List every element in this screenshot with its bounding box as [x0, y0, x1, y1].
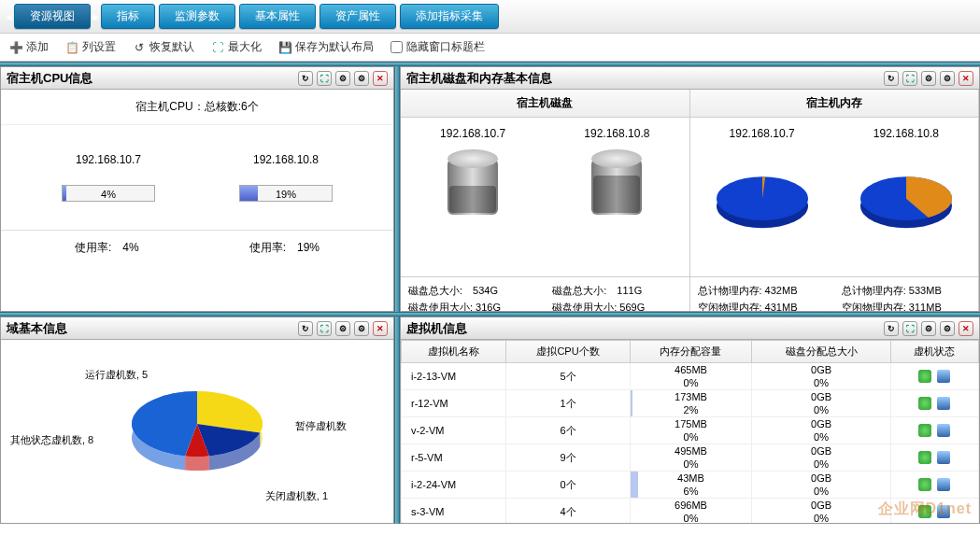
gear-icon[interactable]: ⚙ [354, 321, 369, 336]
disk-host: 192.168.10.7 [401, 118, 545, 276]
mem-stats: 总计物理内存: 432MB空闲物理内存: 431MB [690, 277, 834, 311]
hide-title-input[interactable] [391, 41, 403, 53]
vm-name: r-5-VM [402, 444, 506, 472]
vm-disk: 0GB0% [752, 472, 891, 499]
expand-icon[interactable]: ⛶ [902, 321, 917, 336]
add-icon: ➕ [9, 41, 22, 54]
cpu-usage-label: 使用率: 4% [75, 240, 139, 256]
cpu-bar: 19% [239, 185, 333, 202]
panel-disk-mem: 宿主机磁盘和内存基本信息 ↻ ⛶ ⚙ ⚙ ✕ 宿主机磁盘 宿主机内存 192.1… [400, 66, 980, 312]
panel-vm-title: 虚拟机信息 [406, 320, 467, 337]
vm-col-header[interactable]: 虚拟CPU个数 [506, 341, 630, 363]
table-row[interactable]: v-2-VM 6个 175MB0% 0GB0% [402, 417, 979, 444]
settings-icon[interactable]: ⚙ [335, 71, 350, 86]
close-icon[interactable]: ✕ [373, 321, 388, 336]
vm-cpu: 1个 [506, 390, 630, 417]
nav-asset-attrs[interactable]: 资产属性 [320, 4, 396, 29]
pie-label-other: 其他状态虚机数, 8 [10, 433, 93, 447]
nav-left-icon[interactable]: ◀ [6, 12, 12, 21]
nav-basic-attrs[interactable]: 基本属性 [239, 4, 316, 29]
pie-label-paused: 暂停虚机数 [295, 419, 347, 433]
domain-pie-chart: 运行虚机数, 5 暂停虚机数 关闭虚机数, 1 其他状态虚机数, 8 [104, 368, 291, 499]
close-icon[interactable]: ✕ [959, 71, 973, 86]
disk-host: 192.168.10.8 [545, 118, 689, 276]
cpu-bar: 4% [62, 185, 155, 202]
panel-disk-title: 宿主机磁盘和内存基本信息 [406, 70, 552, 87]
panel-domain: 域基本信息 ↻ ⛶ ⚙ ⚙ ✕ 运行虚机数, 5 暂停虚机数 关闭虚机数, 1 … [0, 317, 394, 524]
close-icon[interactable]: ✕ [373, 71, 388, 86]
close-icon[interactable]: ✕ [959, 321, 973, 336]
settings-icon[interactable]: ⚙ [921, 321, 936, 336]
vm-name: s-3-VM [402, 499, 506, 524]
cpu-host: 192.168.10.8 19% [239, 153, 333, 202]
gear-icon[interactable]: ⚙ [940, 321, 955, 336]
save-layout-button[interactable]: 💾保存为默认布局 [278, 39, 374, 55]
nav-right-icon[interactable]: ▶ [92, 12, 99, 21]
table-row[interactable]: r-5-VM 9个 495MB0% 0GB0% [402, 444, 979, 472]
vm-cpu: 9个 [506, 444, 630, 472]
vm-name: i-2-13-VM [402, 363, 506, 390]
refresh-icon[interactable]: ↻ [298, 71, 313, 86]
columns-button[interactable]: 📋列设置 [65, 39, 116, 55]
vm-mem: 43MB6% [630, 472, 751, 499]
pie-label-running: 运行虚机数, 5 [85, 368, 148, 382]
toolbar: ➕添加 📋列设置 ↺恢复默认 ⛶最大化 💾保存为默认布局 隐藏窗口标题栏 [0, 34, 980, 62]
status-monitor-icon [937, 451, 950, 464]
gear-icon[interactable]: ⚙ [354, 71, 369, 86]
status-ok-icon [918, 451, 931, 464]
refresh-icon[interactable]: ↻ [884, 321, 899, 336]
nav-resource-view[interactable]: 资源视图 [14, 4, 91, 29]
mem-stats: 总计物理内存: 533MB空闲物理内存: 311MB [834, 277, 978, 311]
expand-icon[interactable]: ⛶ [902, 71, 917, 86]
top-nav: ◀ 资源视图 ▶ 指标 监测参数 基本属性 资产属性 添加指标采集 [0, 0, 980, 34]
status-monitor-icon [937, 397, 950, 410]
hide-title-checkbox[interactable]: 隐藏窗口标题栏 [391, 39, 485, 55]
save-icon: 💾 [278, 41, 291, 54]
settings-icon[interactable]: ⚙ [335, 321, 350, 336]
vm-mem: 465MB0% [630, 363, 751, 390]
refresh-icon[interactable]: ↻ [884, 71, 899, 86]
table-row[interactable]: i-2-13-VM 5个 465MB0% 0GB0% [402, 363, 979, 390]
vm-disk: 0GB0% [752, 363, 891, 390]
status-monitor-icon [937, 370, 950, 383]
vm-col-header[interactable]: 虚机状态 [890, 341, 978, 363]
panel-cpu-title: 宿主机CPU信息 [7, 70, 92, 87]
vm-status [890, 472, 978, 499]
vm-mem: 495MB0% [630, 444, 751, 472]
panel-cpu: 宿主机CPU信息 ↻ ⛶ ⚙ ⚙ ✕ 宿主机CPU：总核数:6个 192.168… [0, 66, 394, 312]
vm-col-header[interactable]: 内存分配容量 [630, 341, 751, 363]
refresh-icon[interactable]: ↻ [298, 321, 313, 336]
vm-name: v-2-VM [402, 417, 506, 444]
expand-icon[interactable]: ⛶ [317, 321, 332, 336]
vm-mem: 175MB0% [630, 417, 751, 444]
nav-add-indicator[interactable]: 添加指标采集 [400, 4, 499, 29]
gear-icon[interactable]: ⚙ [940, 71, 955, 86]
cpu-host: 192.168.10.7 4% [62, 153, 155, 202]
vm-cpu: 0个 [506, 472, 630, 499]
maximize-button[interactable]: ⛶最大化 [211, 39, 262, 55]
restore-button[interactable]: ↺恢复默认 [133, 39, 194, 55]
cpu-usage-label: 使用率: 19% [249, 240, 320, 256]
settings-icon[interactable]: ⚙ [921, 71, 936, 86]
status-monitor-icon [937, 478, 950, 491]
vm-col-header[interactable]: 磁盘分配总大小 [752, 341, 891, 363]
vm-status [890, 390, 978, 417]
nav-monitor-params[interactable]: 监测参数 [159, 4, 235, 29]
add-button[interactable]: ➕添加 [9, 39, 49, 55]
status-ok-icon [918, 424, 931, 437]
disk-cylinder-icon [440, 149, 505, 224]
disk-stats: 磁盘总大小: 534G磁盘使用大小: 316G [401, 277, 545, 311]
panel-cpu-controls: ↻ ⛶ ⚙ ⚙ ✕ [298, 71, 388, 86]
mem-pie-icon [841, 168, 972, 233]
table-row[interactable]: i-2-24-VM 0个 43MB6% 0GB0% [402, 472, 979, 499]
table-row[interactable]: r-12-VM 1个 173MB2% 0GB0% [402, 390, 979, 417]
vm-mem: 173MB2% [630, 390, 751, 417]
nav-indicator[interactable]: 指标 [101, 4, 155, 29]
watermark: 企业网D1net [878, 500, 972, 519]
vm-status [890, 444, 978, 472]
disk-header: 宿主机磁盘 [401, 90, 690, 118]
disk-cylinder-icon [584, 149, 649, 224]
cpu-summary: 宿主机CPU：总核数:6个 [1, 90, 393, 125]
vm-col-header[interactable]: 虚拟机名称 [402, 341, 506, 363]
expand-icon[interactable]: ⛶ [317, 71, 332, 86]
